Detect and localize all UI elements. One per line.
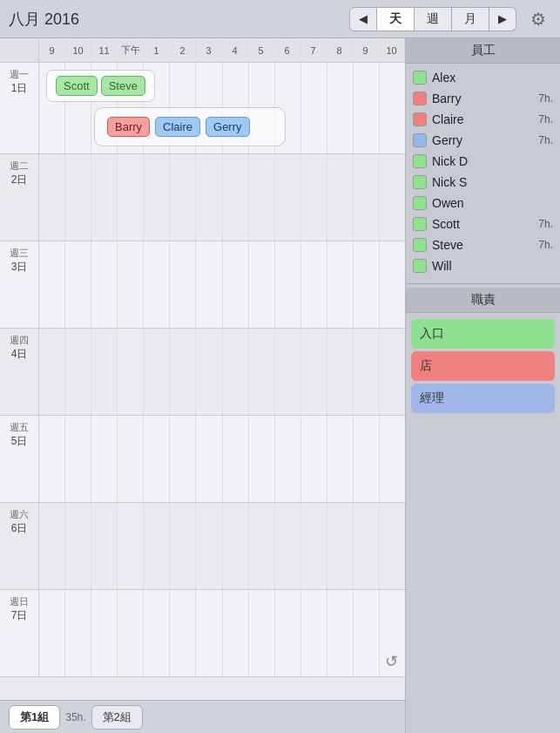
day-label-4: 週四 4日	[0, 329, 39, 415]
list-item[interactable]: Barry 7h.	[406, 88, 560, 109]
emp-name-owen: Owen	[432, 196, 548, 210]
day-events-5[interactable]	[39, 416, 405, 502]
list-item[interactable]: Nick S	[406, 172, 560, 193]
list-item[interactable]: Owen	[406, 193, 560, 214]
header: 八月 2016 ◀ 天 週 月 ▶ ⚙	[0, 0, 560, 38]
day-num-1: 1日	[11, 81, 28, 96]
day-label-7: 週日 7日	[0, 590, 39, 676]
day-num-6: 6日	[11, 521, 28, 536]
employee-list: Alex Barry 7h. Claire 7h. Gerry 7h.	[406, 64, 560, 280]
emp-color-barry	[413, 92, 427, 105]
emp-color-nicks	[413, 175, 427, 189]
emp-hours-steve: 7h.	[538, 239, 553, 251]
time-header: 9 10 11 下午 1 2 3 4 5 6 7 8 9 10	[0, 38, 405, 63]
time-slot-7: 7	[300, 38, 327, 62]
tab-month[interactable]: 月	[452, 7, 489, 31]
day-num-3: 3日	[11, 260, 28, 275]
day-events-6[interactable]	[39, 503, 405, 589]
group1-button[interactable]: 第1組	[9, 705, 60, 730]
list-item[interactable]: Steve 7h.	[406, 234, 560, 255]
list-item[interactable]: Will	[406, 255, 560, 276]
emp-color-will	[413, 259, 427, 273]
emp-hours-gerry: 7h.	[538, 134, 553, 146]
event-block-day1-2[interactable]: Barry Claire Gerry	[94, 107, 286, 146]
day-label-6: 週六 6日	[0, 503, 39, 589]
settings-button[interactable]: ⚙	[525, 7, 551, 31]
day-num-2: 2日	[11, 173, 28, 187]
right-panel: 員工 Alex Barry 7h. Claire 7h.	[405, 38, 560, 733]
time-slot-8: 8	[327, 38, 353, 62]
emp-hours-claire: 7h.	[538, 113, 553, 126]
tab-day[interactable]: 天	[377, 7, 415, 31]
nav-controls: ◀ 天 週 月 ▶	[349, 7, 516, 31]
role-item-shop[interactable]: 店	[411, 351, 555, 381]
day-num-4: 4日	[11, 347, 28, 362]
day-name-3: 週三	[10, 247, 29, 260]
day-events-2[interactable]	[39, 154, 405, 241]
day-events-7[interactable]: ↺	[39, 590, 405, 676]
role-item-manager[interactable]: 經理	[411, 383, 555, 413]
month-title: 八月 2016	[9, 9, 349, 30]
role-item-entrance[interactable]: 入口	[411, 319, 555, 349]
list-item[interactable]: Nick D	[406, 151, 560, 172]
table-row: 週二 2日	[0, 154, 405, 241]
group2-button[interactable]: 第2組	[91, 705, 143, 730]
time-slot-5: 5	[248, 38, 274, 62]
table-row: 週六 6日	[0, 503, 405, 590]
emp-name-nickd: Nick D	[432, 154, 548, 168]
main-content: 9 10 11 下午 1 2 3 4 5 6 7 8 9 10	[0, 38, 560, 733]
day-label-1: 週一 1日	[0, 63, 39, 153]
refresh-icon[interactable]: ↺	[385, 653, 398, 670]
day-events-4[interactable]	[39, 329, 405, 415]
time-slot-2: 2	[170, 38, 196, 62]
emp-name-alex: Alex	[432, 71, 548, 85]
emp-color-alex	[413, 71, 427, 85]
emp-name-will: Will	[432, 259, 548, 273]
emp-name-claire: Claire	[432, 112, 533, 126]
staff-badge-scott[interactable]: Scott	[56, 76, 98, 96]
table-row: 週五 5日	[0, 416, 405, 503]
emp-color-scott	[413, 217, 427, 231]
emp-color-gerry	[413, 133, 427, 147]
event-block-day1-1[interactable]: Scott Steve	[46, 70, 155, 102]
table-row: 週三 3日	[0, 241, 405, 329]
time-slot-3: 3	[196, 38, 222, 62]
time-slot-10: 10	[65, 38, 91, 62]
day-name-5: 週五	[10, 421, 29, 434]
gear-icon: ⚙	[530, 10, 546, 29]
prev-button[interactable]: ◀	[349, 7, 377, 31]
table-row: 週日 7日	[0, 590, 405, 677]
day-name-1: 週一	[10, 68, 29, 81]
staff-badge-steve[interactable]: Steve	[101, 76, 145, 96]
day-label-3: 週三 3日	[0, 241, 39, 328]
tab-week[interactable]: 週	[415, 7, 452, 31]
emp-color-nickd	[413, 154, 427, 168]
bottom-bar: 第1組 35h. 第2組	[0, 700, 405, 733]
emp-name-barry: Barry	[432, 92, 533, 105]
calendar-area: 9 10 11 下午 1 2 3 4 5 6 7 8 9 10	[0, 38, 405, 733]
role-list: 入口 店 經理	[406, 313, 560, 419]
staff-badge-gerry[interactable]: Gerry	[206, 117, 250, 137]
staff-badge-claire[interactable]: Claire	[155, 117, 200, 137]
time-slot-noon: 下午	[118, 38, 144, 62]
emp-hours-scott: 7h.	[538, 218, 553, 230]
next-button[interactable]: ▶	[489, 7, 516, 31]
list-item[interactable]: Alex	[406, 67, 560, 88]
time-slot-1: 1	[144, 38, 170, 62]
group2-label: 第2組	[103, 710, 132, 723]
day-events-1[interactable]: Scott Steve Barry Claire Gerry	[39, 63, 405, 153]
staff-badge-barry[interactable]: Barry	[107, 117, 150, 137]
emp-color-steve	[413, 238, 427, 252]
time-slot-9: 9	[39, 38, 65, 62]
employees-header: 員工	[406, 38, 560, 64]
time-slots-header: 9 10 11 下午 1 2 3 4 5 6 7 8 9 10	[39, 38, 405, 62]
list-item[interactable]: Claire 7h.	[406, 109, 560, 130]
day-events-3[interactable]	[39, 241, 405, 328]
roles-header: 職責	[406, 288, 560, 313]
emp-name-nicks: Nick S	[432, 175, 548, 189]
day-name-4: 週四	[10, 334, 29, 347]
time-slot-6: 6	[274, 38, 300, 62]
list-item[interactable]: Scott 7h.	[406, 214, 560, 234]
list-item[interactable]: Gerry 7h.	[406, 130, 560, 151]
time-slot-11: 11	[91, 38, 118, 62]
